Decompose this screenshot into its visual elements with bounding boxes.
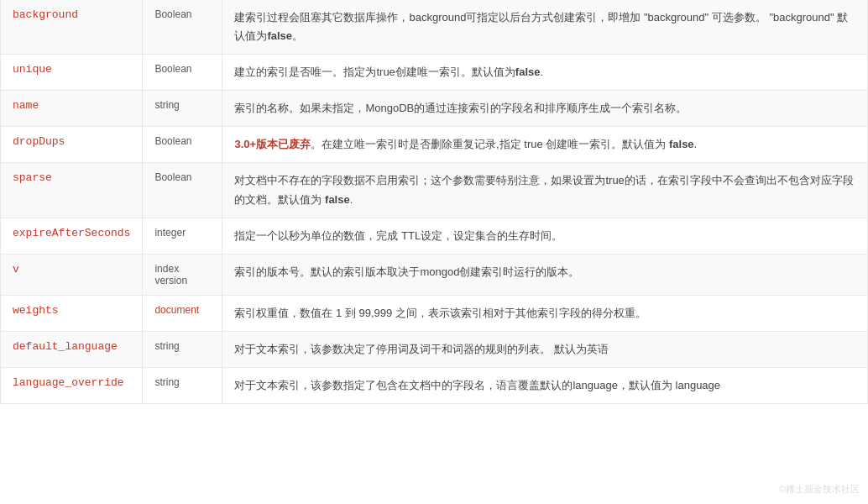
param-name: weights bbox=[1, 295, 143, 331]
param-type: Boolean bbox=[143, 55, 222, 91]
table-row: uniqueBoolean建立的索引是否唯一。指定为true创建唯一索引。默认值… bbox=[1, 55, 868, 91]
param-name: name bbox=[1, 91, 143, 127]
table-row: namestring索引的名称。如果未指定，MongoDB的通过连接索引的字段名… bbox=[1, 91, 868, 127]
param-type: indexversion bbox=[143, 254, 222, 295]
param-name: expireAfterSeconds bbox=[1, 218, 143, 254]
param-name: dropDups bbox=[1, 127, 143, 163]
params-table: backgroundBoolean建索引过程会阻塞其它数据库操作，backgro… bbox=[0, 0, 868, 404]
param-type: string bbox=[143, 331, 222, 367]
table-row: sparseBoolean对文档中不存在的字段数据不启用索引；这个参数需要特别注… bbox=[1, 163, 868, 218]
param-description: 索引的名称。如果未指定，MongoDB的通过连接索引的字段名和排序顺序生成一个索… bbox=[222, 91, 868, 127]
param-description: 建索引过程会阻塞其它数据库操作，background可指定以后台方式创建索引，即… bbox=[222, 0, 868, 55]
param-description: 索引权重值，数值在 1 到 99,999 之间，表示该索引相对于其他索引字段的得… bbox=[222, 295, 868, 331]
table-row: vindexversion索引的版本号。默认的索引版本取决于mongod创建索引… bbox=[1, 254, 868, 295]
table-row: backgroundBoolean建索引过程会阻塞其它数据库操作，backgro… bbox=[1, 0, 868, 55]
param-type: string bbox=[143, 367, 222, 403]
param-type: Boolean bbox=[143, 127, 222, 163]
param-type: string bbox=[143, 91, 222, 127]
table-row: dropDupsBoolean3.0+版本已废弃。在建立唯一索引时是否删除重复记… bbox=[1, 127, 868, 163]
table-row: expireAfterSecondsinteger指定一个以秒为单位的数值，完成… bbox=[1, 218, 868, 254]
param-description: 3.0+版本已废弃。在建立唯一索引时是否删除重复记录,指定 true 创建唯一索… bbox=[222, 127, 868, 163]
param-name: v bbox=[1, 254, 143, 295]
param-description: 对于文本索引，该参数决定了停用词及词干和词器的规则的列表。 默认为英语 bbox=[222, 331, 868, 367]
param-name: unique bbox=[1, 55, 143, 91]
param-description: 建立的索引是否唯一。指定为true创建唯一索引。默认值为false. bbox=[222, 55, 868, 91]
param-type: Boolean bbox=[143, 163, 222, 218]
table-row: weightsdocument索引权重值，数值在 1 到 99,999 之间，表… bbox=[1, 295, 868, 331]
param-type: Boolean bbox=[143, 0, 222, 55]
param-name: sparse bbox=[1, 163, 143, 218]
param-description: 对于文本索引，该参数指定了包含在文档中的字段名，语言覆盖默认的language，… bbox=[222, 367, 868, 403]
param-name: default_language bbox=[1, 331, 143, 367]
param-description: 指定一个以秒为单位的数值，完成 TTL设定，设定集合的生存时间。 bbox=[222, 218, 868, 254]
param-type: document bbox=[143, 295, 222, 331]
param-description: 对文档中不存在的字段数据不启用索引；这个参数需要特别注意，如果设置为true的话… bbox=[222, 163, 868, 218]
param-name: language_override bbox=[1, 367, 143, 403]
table-row: language_overridestring对于文本索引，该参数指定了包含在文… bbox=[1, 367, 868, 403]
param-description: 索引的版本号。默认的索引版本取决于mongod创建索引时运行的版本。 bbox=[222, 254, 868, 295]
param-type: integer bbox=[143, 218, 222, 254]
table-row: default_languagestring对于文本索引，该参数决定了停用词及词… bbox=[1, 331, 868, 367]
param-name: background bbox=[1, 0, 143, 55]
